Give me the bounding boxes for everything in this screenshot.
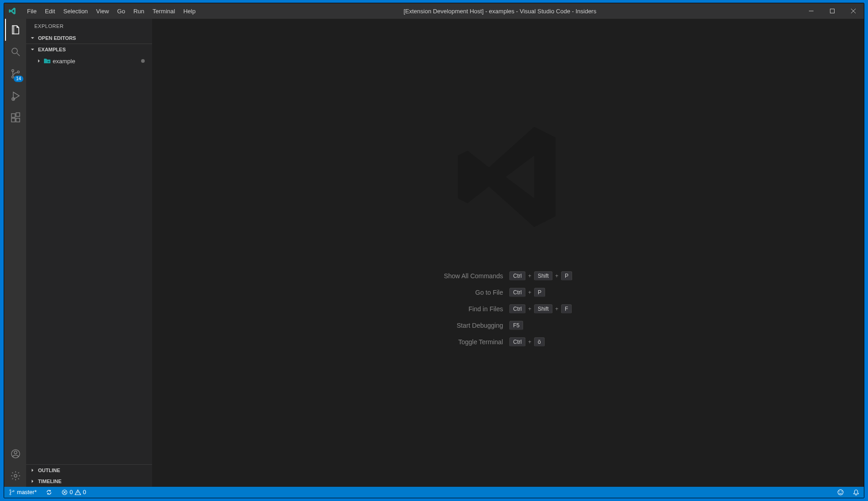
explorer-sidebar: EXPLORER OPEN EDITORS EXAMPLES: [26, 19, 152, 487]
workbench-body: 14 EXPLORER: [4, 19, 864, 487]
keycap: Shift: [534, 271, 552, 281]
activity-bar: 14: [4, 19, 26, 487]
activity-settings[interactable]: [5, 465, 26, 487]
plus-separator: +: [528, 339, 531, 345]
branch-name: master*: [17, 489, 37, 495]
shortcut-keys: F5: [509, 321, 572, 330]
vscode-watermark-icon: [448, 117, 568, 238]
shortcut-keys: Ctrl+P: [509, 288, 572, 297]
chevron-right-icon: [29, 467, 36, 474]
activity-extensions[interactable]: [5, 107, 26, 129]
scm-badge: 14: [14, 76, 23, 82]
svg-point-11: [14, 451, 17, 454]
status-sync[interactable]: [44, 487, 54, 498]
keycap: Ctrl: [509, 288, 525, 297]
warning-count: 0: [83, 489, 86, 495]
keycap: P: [561, 271, 572, 281]
section-workspace[interactable]: EXAMPLES: [26, 44, 152, 55]
svg-point-2: [12, 70, 14, 72]
plus-separator: +: [528, 306, 531, 312]
vscode-window: File Edit Selection View Go Run Terminal…: [4, 3, 864, 498]
minimize-button[interactable]: [801, 3, 822, 19]
workspace-label: EXAMPLES: [38, 47, 66, 52]
plus-separator: +: [528, 273, 531, 279]
shortcut-keys: Ctrl+Shift+P: [509, 271, 572, 281]
keycap: Shift: [534, 304, 552, 314]
svg-rect-9: [16, 113, 20, 116]
file-tree[interactable]: example: [26, 55, 152, 464]
folder-icon: [44, 57, 51, 65]
menu-edit[interactable]: Edit: [41, 5, 59, 17]
close-button[interactable]: [843, 3, 864, 19]
menu-file[interactable]: File: [23, 5, 40, 17]
chevron-down-icon: [29, 34, 36, 42]
chevron-right-icon: [35, 57, 43, 65]
section-timeline[interactable]: TIMELINE: [26, 476, 152, 487]
shortcut-keys: Ctrl+ö: [509, 337, 572, 347]
svg-rect-7: [11, 118, 15, 122]
window-controls: [801, 3, 864, 19]
menu-view[interactable]: View: [93, 5, 113, 17]
open-editors-label: OPEN EDITORS: [38, 35, 76, 41]
shortcut-keys: Ctrl+Shift+F: [509, 304, 572, 314]
svg-rect-0: [830, 9, 835, 13]
welcome-shortcuts: Show All CommandsCtrl+Shift+PGo to FileC…: [444, 271, 572, 347]
menu-run[interactable]: Run: [130, 5, 148, 17]
plus-separator: +: [528, 289, 531, 296]
activity-run-debug[interactable]: [5, 85, 26, 107]
svg-rect-8: [16, 118, 20, 122]
title-bar[interactable]: File Edit Selection View Go Run Terminal…: [4, 3, 864, 19]
chevron-right-icon: [29, 478, 36, 485]
status-problems[interactable]: 0 0: [60, 487, 88, 498]
keycap: Ctrl: [509, 304, 525, 314]
menu-bar: File Edit Selection View Go Run Terminal…: [23, 5, 199, 17]
menu-go[interactable]: Go: [114, 5, 129, 17]
plus-separator: +: [555, 306, 558, 312]
svg-rect-13: [48, 61, 49, 62]
status-bar: master* 0 0: [4, 487, 864, 498]
tree-folder-example[interactable]: example: [26, 56, 152, 66]
svg-point-15: [10, 494, 11, 495]
svg-point-1: [12, 48, 17, 54]
menu-help[interactable]: Help: [180, 5, 199, 17]
svg-point-4: [17, 71, 19, 73]
window-title: [Extension Development Host] - examples …: [199, 8, 801, 15]
activity-search[interactable]: [5, 41, 26, 63]
keycap: F5: [509, 321, 523, 330]
status-feedback[interactable]: [835, 487, 846, 498]
status-notifications[interactable]: [851, 487, 861, 498]
svg-point-19: [839, 491, 840, 492]
keycap: ö: [534, 337, 545, 347]
shortcut-label: Show All Commands: [444, 272, 503, 280]
svg-rect-6: [11, 114, 15, 117]
shortcut-label: Go to File: [444, 289, 503, 296]
keycap: P: [534, 288, 545, 297]
modified-dot-icon: [141, 59, 145, 63]
status-git-branch[interactable]: master*: [7, 487, 38, 498]
maximize-button[interactable]: [822, 3, 843, 19]
error-count: 0: [70, 489, 73, 495]
outline-label: OUTLINE: [38, 468, 60, 473]
activity-explorer[interactable]: [5, 19, 26, 41]
svg-point-20: [841, 491, 842, 492]
section-outline[interactable]: OUTLINE: [26, 464, 152, 476]
vscode-insiders-logo-icon: [4, 7, 21, 15]
svg-point-16: [13, 490, 14, 492]
svg-point-12: [14, 474, 17, 477]
sidebar-title: EXPLORER: [26, 19, 152, 33]
svg-point-14: [10, 490, 11, 491]
shortcut-label: Toggle Terminal: [444, 338, 503, 346]
shortcut-label: Start Debugging: [444, 322, 503, 329]
menu-selection[interactable]: Selection: [60, 5, 91, 17]
plus-separator: +: [555, 273, 558, 279]
activity-source-control[interactable]: 14: [5, 63, 26, 85]
keycap: Ctrl: [509, 271, 525, 281]
activity-accounts[interactable]: [5, 443, 26, 465]
section-open-editors[interactable]: OPEN EDITORS: [26, 33, 152, 44]
menu-terminal[interactable]: Terminal: [149, 5, 179, 17]
shortcut-label: Find in Files: [444, 305, 503, 313]
keycap: F: [561, 304, 572, 314]
svg-point-18: [838, 490, 843, 495]
editor-area: Show All CommandsCtrl+Shift+PGo to FileC…: [152, 19, 864, 487]
chevron-down-icon: [29, 46, 36, 53]
